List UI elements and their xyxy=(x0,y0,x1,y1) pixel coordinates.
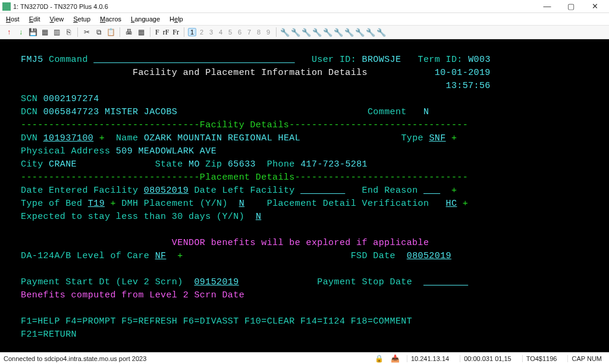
cursor-pos: 01,15 xyxy=(495,355,511,362)
menu-language[interactable]: Language xyxy=(127,15,164,23)
plus-indicator[interactable]: + xyxy=(451,186,457,196)
facility-name: OZARK MOUNTAIN REGIONAL HEAL xyxy=(144,133,300,143)
date-entered-label: Date Entered Facility xyxy=(21,186,138,196)
userid-label: User ID: xyxy=(312,55,356,65)
wrench-icon[interactable]: 🔧 xyxy=(376,28,386,37)
maximize-button[interactable]: ▢ xyxy=(559,0,583,13)
plus-indicator[interactable]: + xyxy=(177,251,183,261)
wrench-icon[interactable]: 🔧 xyxy=(344,28,354,37)
wrench-icon[interactable]: 🔧 xyxy=(312,28,322,37)
dvn-label: DVN xyxy=(21,133,37,143)
cap-indicator: CAP xyxy=(572,355,585,362)
plus-indicator[interactable]: + xyxy=(463,199,468,209)
state-value: MO xyxy=(189,159,200,170)
pdv-value[interactable]: HC xyxy=(446,199,457,209)
save-icon[interactable]: 💾 xyxy=(27,27,38,37)
num-indicator: NUM xyxy=(587,355,602,362)
da124-value[interactable]: NF xyxy=(155,251,167,261)
session-3[interactable]: 3 xyxy=(207,29,215,36)
wrench-icon[interactable]: 🔧 xyxy=(334,28,343,37)
type-value[interactable]: SNF xyxy=(429,133,445,143)
toolbar: ↑ ↓ 💾 ▦ ▥ ⎘ ✂ ⧉ 📋 🖶 ▦ F rF Fr 1 2 3 4 5 … xyxy=(0,25,609,39)
phys-addr-label: Physical Address xyxy=(21,146,110,156)
session-1[interactable]: 1 xyxy=(188,28,196,36)
menu-bar: Host Edit View Setup Macros Language Hel… xyxy=(0,13,609,25)
paste-icon[interactable]: 📋 xyxy=(105,27,116,37)
end-reason-value[interactable] xyxy=(423,186,440,196)
userid-value: BROWSJE xyxy=(362,55,401,65)
menu-edit[interactable]: Edit xyxy=(26,15,44,23)
type-label: Type xyxy=(401,133,423,143)
font-fr[interactable]: Fr xyxy=(171,28,180,37)
wrench-icon[interactable]: 🔧 xyxy=(366,28,375,37)
da124-label: DA-124A/B Level of Care xyxy=(21,251,149,261)
page-title: Facility and Placement Information Detai… xyxy=(133,68,368,78)
date-entered-value[interactable]: 08052019 xyxy=(144,186,189,196)
minimize-button[interactable]: — xyxy=(535,0,559,13)
session-7[interactable]: 7 xyxy=(245,29,253,36)
fsd-date-value[interactable]: 08052019 xyxy=(407,251,451,261)
fkeys-line1: F1=HELP F4=PROMPT F5=REFRESH F6=DIVASST … xyxy=(21,316,412,327)
dvn-value[interactable]: 101937100 xyxy=(43,133,94,143)
print-icon[interactable]: 🖶 xyxy=(124,27,134,37)
plus-indicator[interactable]: + xyxy=(99,133,105,143)
menu-macros[interactable]: Macros xyxy=(96,15,125,23)
arrow-up-icon[interactable]: ↑ xyxy=(4,27,14,37)
menu-setup[interactable]: Setup xyxy=(70,15,94,23)
stay30-label: Expected to stay less than 30 days (Y/N) xyxy=(21,212,244,222)
terminal-screen[interactable]: FMJ5 Command User ID: BROWSJE Term ID: W… xyxy=(0,39,609,352)
city-value: CRANE xyxy=(49,159,77,170)
grid-icon[interactable]: ▦ xyxy=(136,27,146,37)
command-input[interactable] xyxy=(93,55,294,65)
pay-stop-label: Payment Stop Date xyxy=(317,277,412,287)
arrow-down-icon[interactable]: ↓ xyxy=(15,27,26,37)
dmh-label: DMH Placement (Y/N) xyxy=(121,199,228,209)
pay-start-label: Payment Start Dt (Lev 2 Scrn) xyxy=(21,277,183,287)
wrench-icon[interactable]: 🔧 xyxy=(280,28,290,37)
wrench-icon[interactable]: 🔧 xyxy=(302,28,311,37)
lock-icon: 🔒 xyxy=(375,354,384,363)
vendor-message: VENDOR benefits will be explored if appl… xyxy=(172,238,429,248)
session-9[interactable]: 9 xyxy=(264,29,272,36)
cut-icon[interactable]: ✂ xyxy=(81,27,92,37)
session-6[interactable]: 6 xyxy=(236,29,244,36)
state-label: State xyxy=(155,159,183,170)
wrench-icon[interactable]: 🔧 xyxy=(291,28,300,37)
plus-indicator[interactable]: + xyxy=(110,199,115,209)
session-8[interactable]: 8 xyxy=(255,29,263,36)
wrench-icon[interactable]: 🔧 xyxy=(355,28,365,37)
close-button[interactable]: ✕ xyxy=(583,0,607,13)
termid-label: Term ID: xyxy=(418,55,463,65)
copy2-icon[interactable]: ⧉ xyxy=(93,27,104,37)
session-2[interactable]: 2 xyxy=(197,29,206,36)
session-5[interactable]: 5 xyxy=(226,29,234,36)
scn-value: 0002197274 xyxy=(43,94,99,104)
pay-stop-value[interactable] xyxy=(423,277,468,287)
pay-start-value[interactable]: 09152019 xyxy=(194,277,238,287)
plus-indicator[interactable]: + xyxy=(451,133,457,143)
type-bed-value[interactable]: T19 xyxy=(88,199,105,209)
ip-address: 10.241.13.14 xyxy=(407,355,453,362)
wrench-icon[interactable]: 🔧 xyxy=(323,28,332,37)
menu-help[interactable]: Help xyxy=(166,15,187,23)
dcn-name: MISTER JACOBS xyxy=(105,107,177,117)
dcn-value: 0065847723 xyxy=(43,107,99,117)
session-4[interactable]: 4 xyxy=(216,29,225,36)
copy-icon[interactable]: ⎘ xyxy=(63,27,74,37)
font-f[interactable]: F xyxy=(154,28,161,37)
window-title: 1: TN3270D - TN3270 Plus 4.0.6 xyxy=(13,3,108,10)
doc1-icon[interactable]: ▦ xyxy=(39,27,50,37)
doc2-icon[interactable]: ▥ xyxy=(51,27,62,37)
command-label: Command xyxy=(49,55,88,65)
name-label: Name xyxy=(116,133,139,143)
stay30-value[interactable]: N xyxy=(256,212,261,222)
font-rf[interactable]: rF xyxy=(162,28,171,37)
dcn-label: DCN xyxy=(21,107,37,117)
comment-label: Comment xyxy=(368,107,407,117)
title-bar: 1: TN3270D - TN3270 Plus 4.0.6 — ▢ ✕ xyxy=(0,0,609,13)
menu-view[interactable]: View xyxy=(46,15,68,23)
date-left-value[interactable] xyxy=(300,186,345,196)
menu-host[interactable]: Host xyxy=(2,15,23,23)
dmh-value[interactable]: N xyxy=(239,199,244,209)
placement-header: --------------------------------Placemen… xyxy=(21,172,468,183)
